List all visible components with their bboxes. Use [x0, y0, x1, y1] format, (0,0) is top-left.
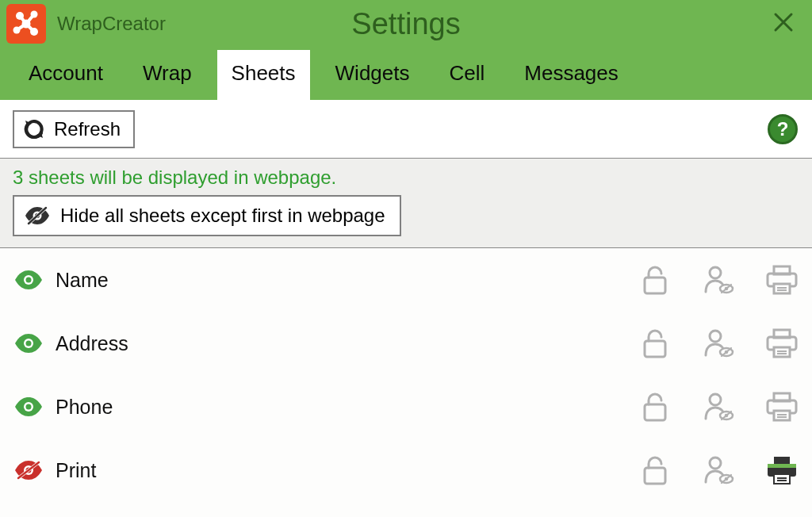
lock-button[interactable] — [638, 389, 672, 424]
help-icon: ? — [777, 118, 789, 140]
print-sheet-button[interactable] — [764, 262, 799, 297]
sheet-name: Address — [56, 332, 638, 355]
sheet-name: Print — [56, 459, 638, 482]
svg-rect-48 — [768, 464, 796, 468]
svg-point-10 — [710, 267, 721, 278]
eye-icon — [13, 269, 44, 291]
print-sheet-button[interactable] — [764, 326, 799, 361]
svg-rect-9 — [645, 278, 665, 293]
app-name: WrapCreator — [57, 13, 166, 35]
svg-point-21 — [710, 331, 721, 342]
svg-rect-42 — [645, 468, 665, 484]
unlock-icon — [642, 455, 668, 485]
user-eye-icon — [703, 455, 734, 485]
settings-window: WrapCreator Settings Account Wrap Sheets… — [0, 0, 812, 517]
printer-icon — [765, 265, 799, 295]
unlock-icon — [642, 392, 668, 422]
user-eye-icon — [703, 328, 734, 358]
refresh-label: Refresh — [54, 118, 121, 140]
user-eye-icon — [703, 265, 734, 295]
svg-point-32 — [710, 394, 721, 405]
user-visibility-button[interactable] — [701, 326, 736, 361]
user-visibility-button[interactable] — [701, 262, 736, 297]
tab-sheets[interactable]: Sheets — [217, 50, 310, 100]
lock-button[interactable] — [638, 453, 672, 488]
visibility-toggle[interactable] — [11, 453, 46, 488]
visibility-toggle[interactable] — [11, 389, 46, 424]
refresh-button[interactable]: Refresh — [13, 110, 135, 148]
svg-rect-31 — [645, 404, 665, 420]
unlock-icon — [642, 265, 668, 295]
lock-button[interactable] — [638, 262, 672, 297]
hide-all-label: Hide all sheets except first in webpage — [60, 205, 385, 227]
status-section: 3 sheets will be displayed in webpage. H… — [0, 159, 812, 248]
sheet-name: Name — [56, 269, 638, 292]
eye-slash-icon — [13, 459, 44, 481]
svg-point-19 — [26, 341, 32, 347]
user-visibility-button[interactable] — [701, 453, 736, 488]
print-sheet-button[interactable] — [764, 453, 799, 488]
svg-point-30 — [26, 404, 32, 410]
tab-messages[interactable]: Messages — [510, 50, 633, 100]
row-actions — [638, 453, 799, 488]
sheet-row: Phone — [0, 375, 812, 438]
title-bar: WrapCreator Settings — [0, 0, 812, 48]
eye-icon — [13, 332, 44, 354]
svg-rect-20 — [645, 341, 665, 357]
visibility-toggle[interactable] — [11, 326, 46, 361]
hide-all-button[interactable]: Hide all sheets except first in webpage — [13, 195, 401, 236]
row-actions — [638, 389, 799, 424]
sheet-list: Name — [0, 248, 812, 517]
tab-widgets[interactable]: Widgets — [321, 50, 424, 100]
row-actions — [638, 262, 799, 297]
visibility-toggle[interactable] — [11, 262, 46, 297]
user-eye-icon — [703, 392, 734, 422]
refresh-icon — [22, 117, 46, 141]
status-message: 3 sheets will be displayed in webpage. — [13, 167, 799, 189]
sheet-row: Address — [0, 312, 812, 375]
tabs-bar: Account Wrap Sheets Widgets Cell Message… — [0, 48, 812, 100]
app-logo — [6, 4, 46, 44]
printer-icon — [765, 328, 799, 358]
svg-rect-46 — [774, 457, 790, 464]
svg-point-43 — [710, 458, 721, 469]
eye-icon — [13, 396, 44, 418]
printer-active-icon — [765, 455, 799, 485]
lock-button[interactable] — [638, 326, 672, 361]
sheet-name: Phone — [56, 396, 638, 419]
print-sheet-button[interactable] — [764, 389, 799, 424]
user-visibility-button[interactable] — [701, 389, 736, 424]
eye-slash-icon — [24, 205, 51, 227]
svg-point-8 — [26, 278, 32, 283]
page-title: Settings — [351, 7, 460, 41]
tab-cell[interactable]: Cell — [435, 50, 499, 100]
tab-wrap[interactable]: Wrap — [128, 50, 206, 100]
row-actions — [638, 326, 799, 361]
unlock-icon — [642, 328, 668, 358]
close-button[interactable] — [769, 8, 798, 36]
toolbar: Refresh ? — [0, 100, 812, 159]
sheet-row: Print — [0, 438, 812, 502]
sheet-row: Name — [0, 248, 812, 312]
printer-icon — [765, 392, 799, 422]
tab-account[interactable]: Account — [14, 50, 117, 100]
help-button[interactable]: ? — [768, 114, 798, 144]
